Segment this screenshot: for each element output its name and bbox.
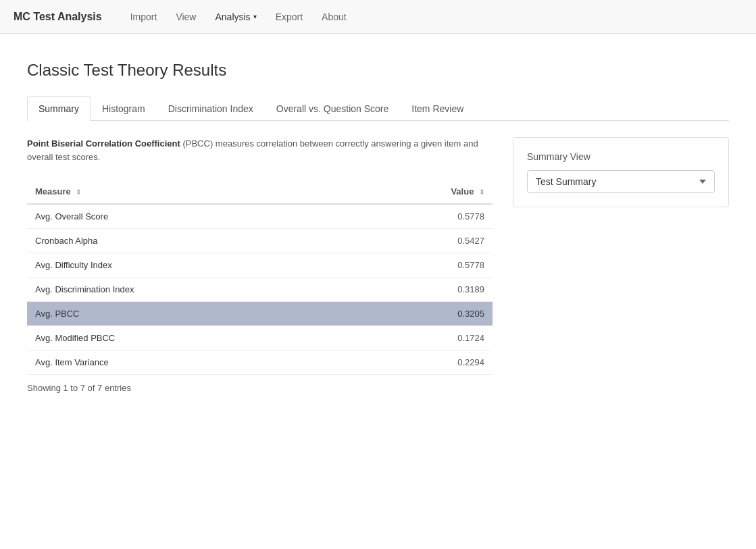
cell-value: 0.5427 xyxy=(352,229,493,253)
cell-value: 0.5778 xyxy=(352,204,493,229)
cell-measure: Avg. Discrimination Index xyxy=(27,278,352,302)
tab-histogram[interactable]: Histogram xyxy=(91,96,157,121)
table-row: Avg. Overall Score0.5778 xyxy=(27,204,493,229)
nav-menu: Import View Analysis ▾ Export About xyxy=(122,6,355,28)
cell-measure: Avg. PBCC xyxy=(27,302,352,326)
summary-view-label: Summary View xyxy=(527,151,715,162)
summary-view-panel: Summary View Test SummaryItem Summary xyxy=(513,137,729,207)
nav-about[interactable]: About xyxy=(313,6,355,28)
tab-summary[interactable]: Summary xyxy=(27,96,91,121)
main-content: Classic Test Theory Results Summary Hist… xyxy=(0,34,756,420)
cell-value: 0.1724 xyxy=(352,326,493,350)
pbcc-description: Point Biserial Correlation Coefficient (… xyxy=(27,137,493,163)
cell-measure: Avg. Modified PBCC xyxy=(27,326,352,350)
left-panel: Point Biserial Correlation Coefficient (… xyxy=(27,137,493,393)
nav-view[interactable]: View xyxy=(168,6,204,28)
cell-value: 0.5778 xyxy=(352,253,493,278)
nav-export[interactable]: Export xyxy=(268,6,311,28)
tab-item-review[interactable]: Item Review xyxy=(400,96,475,121)
tab-bar: Summary Histogram Discrimination Index O… xyxy=(27,96,729,121)
cell-measure: Avg. Difficulty Index xyxy=(27,253,352,278)
table-row: Avg. Difficulty Index0.5778 xyxy=(27,253,493,278)
table-row: Avg. Discrimination Index0.3189 xyxy=(27,278,493,302)
cell-value: 0.3205 xyxy=(352,302,493,326)
cell-value: 0.3189 xyxy=(352,278,493,302)
nav-import[interactable]: Import xyxy=(122,6,166,28)
summary-view-select[interactable]: Test SummaryItem Summary xyxy=(527,170,715,193)
tab-overall-vs-question[interactable]: Overall vs. Question Score xyxy=(265,96,401,121)
col-value[interactable]: Value ⇕ xyxy=(352,180,493,204)
right-panel: Summary View Test SummaryItem Summary xyxy=(513,137,729,393)
summary-table: Measure ⇕ Value ⇕ Avg. Overall Score0.57… xyxy=(27,180,493,375)
cell-value: 0.2294 xyxy=(352,350,493,375)
cell-measure: Avg. Overall Score xyxy=(27,204,352,229)
content-area: Point Biserial Correlation Coefficient (… xyxy=(27,137,729,393)
cell-measure: Cronbach Alpha xyxy=(27,229,352,253)
app-brand: MC Test Analysis xyxy=(14,11,102,23)
cell-measure: Avg. Item Variance xyxy=(27,350,352,375)
table-row: Avg. PBCC0.3205 xyxy=(27,302,493,326)
sort-icon-value: ⇕ xyxy=(479,188,484,196)
table-footer: Showing 1 to 7 of 7 entries xyxy=(27,383,493,393)
table-row: Avg. Item Variance0.2294 xyxy=(27,350,493,375)
tab-discrimination-index[interactable]: Discrimination Index xyxy=(157,96,265,121)
nav-analysis[interactable]: Analysis ▾ xyxy=(207,6,264,28)
table-row: Avg. Modified PBCC0.1724 xyxy=(27,326,493,350)
col-measure[interactable]: Measure ⇕ xyxy=(27,180,352,204)
navbar: MC Test Analysis Import View Analysis ▾ … xyxy=(0,0,756,34)
chevron-down-icon: ▾ xyxy=(253,13,257,20)
table-row: Cronbach Alpha0.5427 xyxy=(27,229,493,253)
page-title: Classic Test Theory Results xyxy=(27,61,729,80)
sort-icon-measure: ⇕ xyxy=(76,188,81,196)
